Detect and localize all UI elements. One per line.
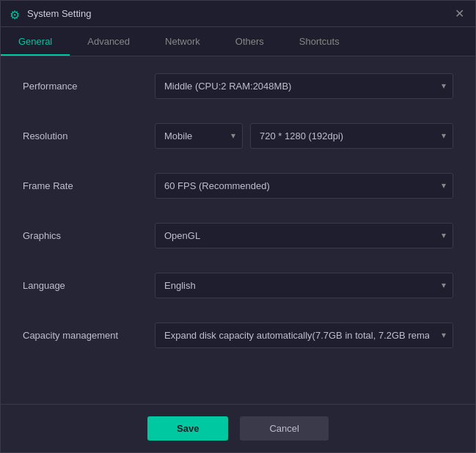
tab-bar: General Advanced Network Others Shortcut… [1,27,475,56]
performance-control: Middle (CPU:2 RAM:2048MB) Low (CPU:1 RAM… [155,73,453,99]
framerate-dropdown-wrapper: 60 FPS (Recommended) 30 FPS 120 FPS ▾ [155,173,453,199]
graphics-control: OpenGL Vulkan DirectX ▾ [155,223,453,248]
language-select[interactable]: English Chinese Japanese Korean French G… [155,273,453,298]
framerate-select[interactable]: 60 FPS (Recommended) 30 FPS 120 FPS [155,173,453,199]
resolution-size-wrapper: 720 * 1280 (192dpi) 1080 * 1920 (480dpi)… [250,123,453,149]
tab-shortcuts[interactable]: Shortcuts [282,27,357,56]
tab-advanced[interactable]: Advanced [70,27,147,56]
resolution-type-select[interactable]: Mobile Tablet Custom [155,123,243,149]
settings-content: Performance Middle (CPU:2 RAM:2048MB) Lo… [1,56,475,404]
graphics-select[interactable]: OpenGL Vulkan DirectX [155,223,453,248]
titlebar: ⚙ System Setting ✕ [1,1,475,27]
resolution-row: Resolution Mobile Tablet Custom ▾ 720 * … [23,121,453,150]
language-label: Language [23,280,155,291]
framerate-label: Frame Rate [23,180,155,191]
tab-others[interactable]: Others [218,27,282,56]
capacity-control: Expand disk capacity automatically(7.7GB… [155,323,453,348]
performance-dropdown-wrapper: Middle (CPU:2 RAM:2048MB) Low (CPU:1 RAM… [155,73,453,99]
graphics-dropdown-wrapper: OpenGL Vulkan DirectX ▾ [155,223,453,248]
graphics-row: Graphics OpenGL Vulkan DirectX ▾ [23,221,453,250]
resolution-size-select[interactable]: 720 * 1280 (192dpi) 1080 * 1920 (480dpi)… [250,123,453,149]
language-dropdown-wrapper: English Chinese Japanese Korean French G… [155,273,453,298]
tab-network[interactable]: Network [147,27,218,56]
performance-label: Performance [23,81,155,92]
resolution-control: Mobile Tablet Custom ▾ 720 * 1280 (192dp… [155,123,453,149]
window-title: System Setting [27,8,452,19]
capacity-dropdown-wrapper: Expand disk capacity automatically(7.7GB… [155,323,453,348]
framerate-row: Frame Rate 60 FPS (Recommended) 30 FPS 1… [23,171,453,200]
capacity-label: Capacity management [23,330,155,341]
main-window: ⚙ System Setting ✕ General Advanced Netw… [0,0,476,453]
tab-general[interactable]: General [1,27,70,56]
resolution-selects: Mobile Tablet Custom ▾ 720 * 1280 (192dp… [155,123,453,149]
capacity-select[interactable]: Expand disk capacity automatically(7.7GB… [155,323,453,348]
framerate-control: 60 FPS (Recommended) 30 FPS 120 FPS ▾ [155,173,453,199]
capacity-row: Capacity management Expand disk capacity… [23,320,453,350]
resolution-label: Resolution [23,130,155,141]
resolution-type-wrapper: Mobile Tablet Custom ▾ [155,123,243,149]
language-row: Language English Chinese Japanese Korean… [23,270,453,300]
save-button[interactable]: Save [147,416,228,441]
cancel-button[interactable]: Cancel [240,416,328,441]
close-button[interactable]: ✕ [452,7,466,21]
footer: Save Cancel [1,404,475,452]
language-control: English Chinese Japanese Korean French G… [155,273,453,298]
graphics-label: Graphics [23,230,155,241]
performance-row: Performance Middle (CPU:2 RAM:2048MB) Lo… [23,71,453,100]
app-icon: ⚙ [10,8,21,20]
performance-select[interactable]: Middle (CPU:2 RAM:2048MB) Low (CPU:1 RAM… [155,73,453,99]
